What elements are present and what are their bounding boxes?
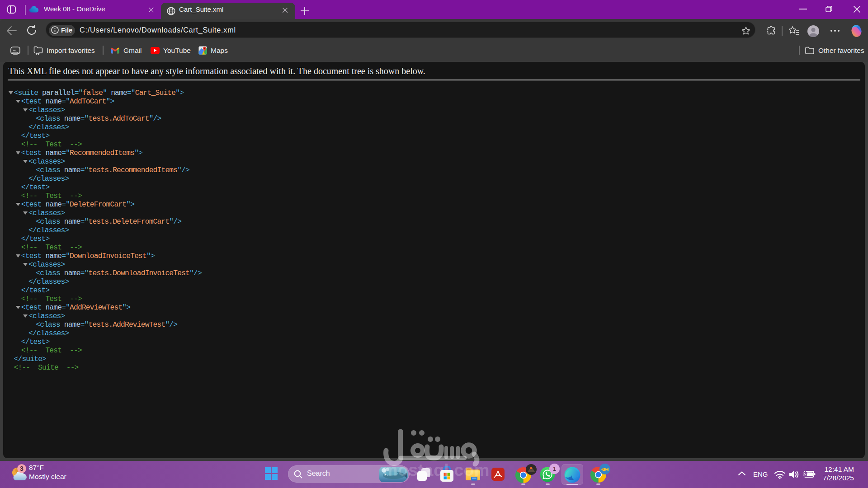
svg-text:1: 1 bbox=[553, 465, 557, 472]
svg-text:3: 3 bbox=[20, 465, 24, 472]
